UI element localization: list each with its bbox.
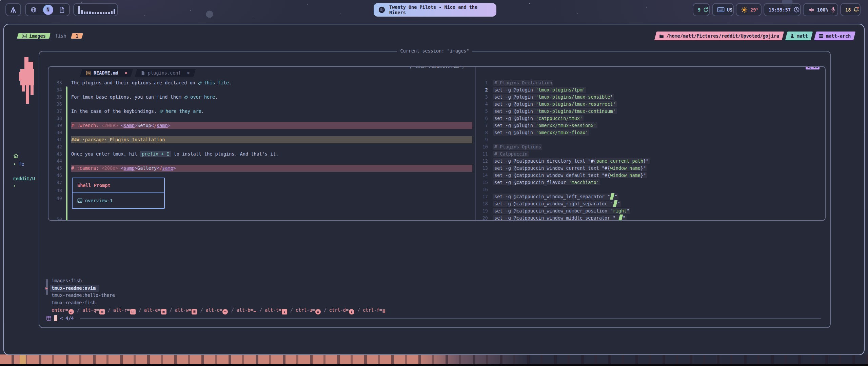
session-manager-popup: Current session: "images" [ tmux-readme:… [39, 51, 831, 328]
help-key: alt-w= [175, 307, 192, 313]
editor-line-6: 6set -g @plugin 'catppuccin/tmux' [476, 115, 826, 122]
editor-line-2: 2set -g @plugin 'tmux-plugins/tpm' [476, 86, 826, 94]
keyboard-layout: US [727, 7, 732, 13]
separator-block [618, 215, 623, 221]
editor-line-39: 39# :wrench: <200e> <samp>Setup</samp> [48, 122, 475, 129]
help-key: alt-r= [113, 307, 130, 313]
weather-widget[interactable]: 29° [736, 3, 762, 16]
pixel-art [19, 57, 35, 104]
list-item[interactable]: ▶tmux-readme:nvim [45, 285, 823, 292]
status-host-segment: matt-arch [814, 32, 856, 40]
tab-plugins-close-icon[interactable]: × [187, 70, 190, 76]
status-user: matt [797, 33, 808, 39]
screen-bottom-edge [0, 364, 868, 366]
editor-line-10: 10# Plugins Options [476, 143, 826, 150]
editor-line-45: 45# :camera: <200e> <samp>Gallery</samp> [48, 165, 475, 172]
help-key: enter= [52, 307, 68, 313]
list-item[interactable]: tmux-readme:fish [45, 299, 823, 307]
keyboard-layout-widget[interactable]: US [712, 3, 734, 16]
help-key: ctrl-f= [363, 307, 382, 313]
refresh-icon [703, 7, 709, 13]
help-key-icon: ▣ [161, 309, 166, 314]
editor-line-37: 37In the case of the keybindings, here t… [48, 108, 475, 115]
editor-pane-right: 1# Plugins Declaration2set -g @plugin 't… [475, 67, 826, 220]
editor-line-18: 18set -g @catppuccin_window_right_separa… [476, 200, 826, 207]
browser-icon[interactable] [30, 6, 37, 13]
tmux-window-images[interactable]: images [18, 32, 50, 40]
editor-line-44: 44 [48, 158, 475, 165]
launcher-button[interactable] [5, 3, 21, 16]
editor-line-43: 43Once you enter tmux, hit prefix + I to… [48, 150, 475, 158]
list-item[interactable]: tmux-readme:hello-there [45, 292, 823, 299]
help-key: alt-q= [82, 307, 99, 313]
tab-readme[interactable]: README.md × [80, 69, 133, 77]
status-user-segment: matt [785, 32, 813, 40]
audio-widget[interactable]: 100% [803, 3, 838, 16]
spotify-icon [378, 6, 386, 14]
session-preview: [ tmux-readme:nvim ] 1/43 README.md × pl… [48, 66, 826, 221]
text-cursor [54, 315, 57, 321]
status-host: matt-arch [826, 33, 851, 39]
editor-line-8: 8set -g @plugin 'omerxx/tmux-floax' [476, 129, 826, 136]
editor-line-5: 5set -g @plugin 'tmux-plugins/tmux-conti… [476, 108, 826, 115]
taskbar-apps: N [25, 3, 70, 16]
list-item[interactable]: images:fish [45, 277, 823, 285]
folder-icon [659, 34, 664, 38]
help-key: ctrl-d= [329, 307, 349, 313]
help-key: ctrl-u= [296, 307, 315, 313]
terminal-window: imagesfish1 /home/matt/Pictures/reddit/U… [3, 24, 865, 355]
editor-line-35: 35For tmux base options, you can find th… [48, 94, 475, 101]
help-key-icon: ← [253, 308, 256, 314]
table-row-overview: overview-1 [73, 193, 164, 208]
markdown-link[interactable]: over here [184, 94, 215, 100]
editor-line-36: 36 [48, 101, 475, 108]
search-prompt[interactable]: < 4/4 [45, 314, 823, 322]
editor-line-38: 38 [48, 115, 475, 122]
now-playing-widget[interactable]: Twenty One Pilots - Nico and the Niners [374, 3, 496, 17]
user-icon [790, 34, 794, 38]
help-key: alt-c= [206, 307, 222, 313]
tmux-windows: imagesfish1 [18, 31, 82, 41]
help-key-icon: ∧ [315, 309, 321, 314]
shell-prompt-block: › fe reddit/U › [13, 153, 35, 189]
tab-plugins-label: plugins.conf [148, 70, 181, 76]
tab-readme-close-icon[interactable]: × [124, 70, 127, 76]
updates-widget[interactable]: 9 [693, 3, 710, 16]
editor-line-9: 9 [476, 136, 826, 143]
tmux-window-1[interactable]: 1 [72, 32, 82, 40]
wallpaper-bottom-strip [0, 354, 868, 364]
status-path-segment: /home/matt/Pictures/reddit/Upvoted/gojir… [654, 32, 784, 40]
editor-line-14: 14set -g @catppuccin_window_default_text… [476, 172, 826, 179]
editor-line-41: 41### :package: Plugins Installation [48, 136, 475, 143]
help-key-icon: ∨ [349, 309, 354, 314]
help-key: alt-b= [237, 307, 253, 313]
tmux-window-fish[interactable]: fish [55, 32, 66, 40]
editor-line-3: 3set -g @plugin 'tmux-plugins/tmux-sensi… [476, 94, 826, 101]
link-icon [184, 95, 189, 99]
clock-widget[interactable]: 13:55:57 [764, 3, 801, 16]
nvim-app-icon[interactable]: N [43, 5, 53, 15]
tab-plugins-conf[interactable]: plugins.conf × [135, 69, 196, 77]
editor-line-12: 12set -g @catppuccin_directory_text "#{p… [476, 158, 826, 165]
keyboard-icon [717, 7, 725, 13]
editor-tabline: README.md × plugins.conf × [79, 69, 195, 78]
session-list: images:fish▶tmux-readme:nvimtmux-readme:… [45, 277, 823, 322]
link-icon [159, 109, 164, 114]
window-image-icon [22, 34, 27, 38]
volume-level: 100% [817, 7, 828, 13]
session-items: images:fish▶tmux-readme:nvimtmux-readme:… [45, 277, 823, 306]
help-key-icon: ⋯ [222, 309, 228, 314]
markdown-table: Shell Prompt overview-1 [72, 178, 165, 209]
updates-count: 9 [698, 7, 701, 13]
tmux-status-bar: imagesfish1 /home/matt/Pictures/reddit/U… [4, 31, 864, 41]
editor-line-15: 15set -g @catppuccin_flavour 'macchiato' [476, 179, 826, 186]
keybinding-help: enter=↵/alt-q=▧/alt-r=◲/alt-e=▣/alt-w=⊞/… [45, 306, 823, 314]
notifications-widget[interactable]: 18 [840, 3, 861, 16]
conf-file-icon [141, 70, 145, 76]
markdown-link[interactable]: this file [198, 80, 229, 85]
markdown-link[interactable]: here they are [159, 108, 201, 114]
editor-line-4: 4set -g @plugin 'tmux-plugins/tmux-resur… [476, 101, 826, 108]
file-app-icon[interactable] [59, 6, 65, 13]
status-path: /home/matt/Pictures/reddit/Upvoted/gojir… [666, 33, 779, 39]
editor-line-7: 7set -g @plugin 'omerxx/tmux-sessionx' [476, 122, 826, 129]
